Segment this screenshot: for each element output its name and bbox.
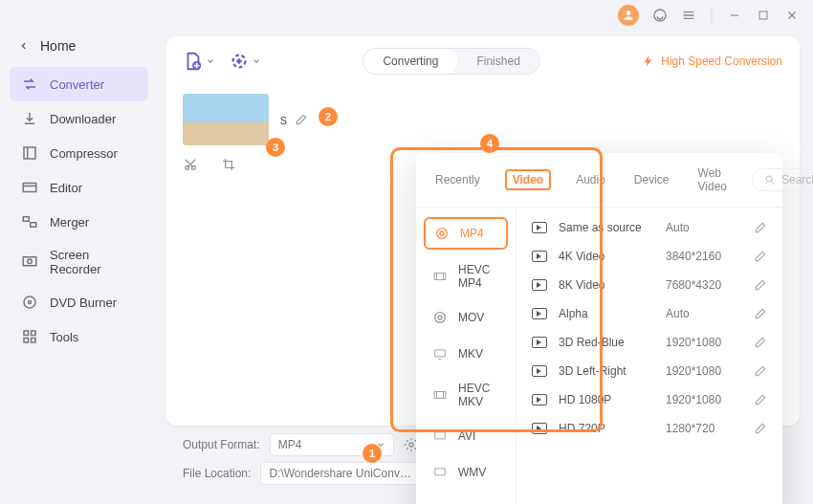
- compressor-icon: [21, 144, 38, 162]
- sidebar-item-label: Compressor: [50, 146, 118, 161]
- avatar[interactable]: [618, 5, 639, 26]
- video-thumbnail[interactable]: [183, 94, 269, 145]
- merger-icon: [21, 213, 38, 230]
- titlebar: |: [0, 0, 813, 31]
- sidebar-item-label: Editor: [50, 181, 82, 195]
- preset-8k[interactable]: 8K Video7680*4320: [516, 271, 782, 299]
- sidebar-item-tools[interactable]: Tools: [10, 319, 148, 354]
- tab-web-video[interactable]: Web Video: [694, 163, 731, 197]
- svg-rect-25: [435, 350, 446, 357]
- preset-1080p[interactable]: HD 1080P1920*1080: [516, 385, 782, 414]
- search-icon: [764, 174, 776, 186]
- svg-point-20: [437, 229, 448, 239]
- svg-rect-7: [23, 257, 36, 266]
- edit-icon[interactable]: [754, 393, 767, 406]
- hsc-label: High Speed Conversion: [661, 55, 782, 68]
- svg-point-23: [435, 313, 446, 323]
- preset-same-as-source[interactable]: Same as sourceAuto: [516, 213, 782, 242]
- edit-icon[interactable]: [754, 422, 767, 435]
- display-icon: [431, 500, 449, 504]
- segment-converting[interactable]: Converting: [363, 49, 457, 74]
- tab-video[interactable]: Video: [505, 169, 551, 190]
- sidebar-item-merger[interactable]: Merger: [10, 205, 148, 239]
- svg-rect-22: [434, 274, 446, 280]
- video-icon: [532, 279, 547, 291]
- sidebar-item-label: DVD Burner: [50, 296, 117, 310]
- video-icon: [532, 423, 547, 434]
- sidebar-item-compressor[interactable]: Compressor: [10, 136, 148, 170]
- svg-point-30: [409, 443, 413, 447]
- trim-icon[interactable]: [183, 157, 198, 172]
- svg-point-8: [28, 259, 33, 264]
- preset-720p[interactable]: HD 720P1280*720: [516, 414, 782, 443]
- add-url-button[interactable]: [229, 51, 261, 72]
- edit-icon[interactable]: [754, 221, 767, 234]
- svg-rect-14: [32, 339, 36, 343]
- svg-rect-27: [435, 432, 446, 439]
- sidebar-item-dvd-burner[interactable]: DVD Burner: [10, 285, 148, 319]
- svg-rect-2: [759, 11, 767, 19]
- preset-alpha[interactable]: AlphaAuto: [516, 299, 782, 328]
- edit-icon[interactable]: [754, 250, 767, 263]
- tab-audio[interactable]: Audio: [572, 169, 609, 190]
- high-speed-toggle[interactable]: High Speed Conversion: [642, 55, 782, 68]
- preset-3d-red-blue[interactable]: 3D Red-Blue1920*1080: [516, 328, 782, 357]
- back-home[interactable]: Home: [10, 31, 148, 61]
- film-icon: [431, 268, 449, 285]
- rename-icon[interactable]: [295, 113, 308, 126]
- format-mov[interactable]: MOV: [424, 303, 508, 332]
- preset-3d-left-right[interactable]: 3D Left-Right1920*1080: [516, 357, 782, 385]
- svg-point-19: [766, 176, 772, 182]
- format-popup: Recently Video Audio Device Web Video Se…: [416, 153, 782, 504]
- svg-point-24: [438, 316, 442, 319]
- bolt-icon: [642, 55, 655, 68]
- add-file-button[interactable]: [183, 51, 215, 72]
- support-icon[interactable]: [652, 8, 668, 23]
- edit-icon[interactable]: [754, 336, 767, 349]
- file-name: s: [280, 112, 287, 127]
- sidebar-item-editor[interactable]: Editor: [10, 170, 148, 205]
- sidebar-item-label: Downloader: [50, 112, 116, 126]
- file-location-select[interactable]: D:\Wondershare UniConverter 1: [260, 462, 438, 485]
- menu-icon[interactable]: [681, 8, 696, 23]
- format-m4v[interactable]: M4V: [424, 494, 508, 504]
- status-segments: Converting Finished: [363, 48, 539, 75]
- target-icon: [431, 309, 449, 326]
- minimize-icon[interactable]: [727, 8, 742, 23]
- format-hevc-mp4[interactable]: HEVC MP4: [424, 257, 508, 296]
- badge-3: 3: [266, 138, 285, 157]
- search-input[interactable]: Search: [752, 168, 813, 191]
- format-hevc-mkv[interactable]: HEVC MKV: [424, 376, 508, 414]
- main-card: Converting Finished High Speed Conversio…: [165, 36, 800, 426]
- format-avi[interactable]: AVI: [424, 422, 508, 450]
- file-location-label: File Location:: [183, 467, 251, 480]
- close-icon[interactable]: [784, 8, 800, 23]
- video-icon: [532, 222, 547, 233]
- preset-4k[interactable]: 4K Video3840*2160: [516, 242, 782, 271]
- video-icon: [532, 394, 547, 405]
- edit-icon[interactable]: [754, 278, 767, 292]
- sidebar-item-converter[interactable]: Converter: [10, 67, 148, 101]
- svg-rect-11: [24, 331, 29, 336]
- sidebar-item-downloader[interactable]: Downloader: [10, 101, 148, 136]
- tab-recently[interactable]: Recently: [431, 169, 484, 190]
- sidebar-item-screen-recorder[interactable]: Screen Recorder: [10, 239, 148, 285]
- svg-rect-12: [32, 331, 36, 336]
- format-mp4[interactable]: MP4: [424, 217, 508, 250]
- format-mkv[interactable]: MKV: [424, 340, 508, 368]
- tab-device[interactable]: Device: [630, 169, 673, 190]
- video-icon: [532, 308, 547, 319]
- svg-rect-26: [434, 392, 446, 399]
- format-wmv[interactable]: WMV: [424, 458, 508, 487]
- video-icon: [532, 337, 547, 348]
- edit-icon[interactable]: [754, 307, 767, 320]
- crop-icon[interactable]: [221, 157, 236, 172]
- maximize-icon[interactable]: [756, 8, 771, 23]
- segment-finished[interactable]: Finished: [457, 49, 538, 74]
- edit-icon[interactable]: [754, 364, 767, 378]
- svg-rect-5: [23, 217, 29, 222]
- sidebar-item-label: Converter: [50, 77, 104, 92]
- display-icon: [431, 427, 449, 445]
- svg-point-21: [440, 231, 444, 235]
- chevron-left-icon: [19, 41, 29, 51]
